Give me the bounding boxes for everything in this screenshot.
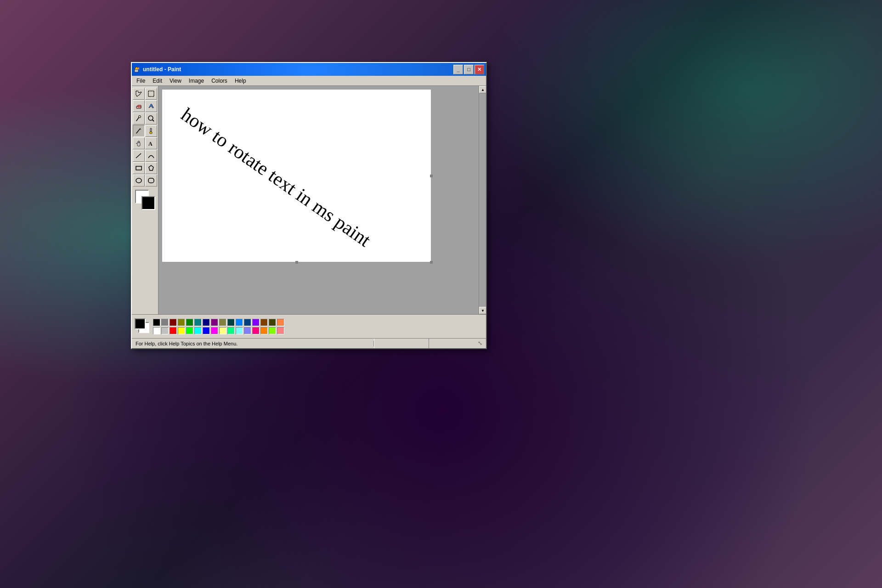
palette-color-swatch[interactable] xyxy=(244,319,251,326)
menu-edit[interactable]: Edit xyxy=(149,77,166,85)
palette-color-swatch[interactable] xyxy=(252,327,260,334)
color-palette-bar xyxy=(132,314,486,338)
palette-color-swatch[interactable] xyxy=(269,319,276,326)
palette-color-swatch[interactable] xyxy=(211,319,218,326)
palette-color-swatch[interactable] xyxy=(203,327,210,334)
canvas-area[interactable]: how to rotate text in ms paint xyxy=(158,86,479,314)
palette-color-swatch[interactable] xyxy=(211,327,218,334)
palette-color-swatch[interactable] xyxy=(277,319,284,326)
palette-color-swatch[interactable] xyxy=(244,327,251,334)
close-button[interactable]: ✕ xyxy=(475,65,484,74)
status-text: For Help, click Help Topics on the Help … xyxy=(134,341,374,346)
scroll-track[interactable] xyxy=(479,93,486,307)
palette-color-swatch[interactable] xyxy=(203,319,210,326)
svg-rect-4 xyxy=(148,91,154,96)
foreground-color-preview xyxy=(141,196,155,210)
palette-color-swatch[interactable] xyxy=(161,319,169,326)
svg-point-16 xyxy=(138,141,140,143)
svg-rect-0 xyxy=(135,69,138,72)
airbrush-tool[interactable] xyxy=(133,137,145,149)
color-preview xyxy=(135,190,155,210)
resize-handle-corner[interactable] xyxy=(430,261,433,264)
palette-color-swatch[interactable] xyxy=(252,319,260,326)
palette-color-swatch[interactable] xyxy=(269,327,276,334)
line-tool[interactable] xyxy=(133,150,145,162)
svg-rect-2 xyxy=(137,68,139,69)
color-palette xyxy=(153,319,284,334)
eraser-tool[interactable] xyxy=(133,100,145,112)
tool-row-5: A xyxy=(133,137,157,149)
current-foreground-color[interactable] xyxy=(135,318,146,329)
polygon-tool[interactable] xyxy=(145,162,157,174)
resize-handle-bottom[interactable] xyxy=(295,261,298,264)
menu-file[interactable]: File xyxy=(133,77,149,85)
svg-rect-13 xyxy=(150,128,152,132)
svg-rect-20 xyxy=(136,166,141,170)
canvas-container: how to rotate text in ms paint xyxy=(158,86,479,314)
brush-tool[interactable] xyxy=(145,125,157,137)
palette-color-swatch[interactable] xyxy=(178,319,185,326)
pencil-tool[interactable] xyxy=(133,125,145,137)
svg-line-19 xyxy=(136,153,141,158)
scroll-up-button[interactable]: ▲ xyxy=(479,86,486,93)
palette-color-swatch[interactable] xyxy=(194,319,202,326)
palette-color-swatch[interactable] xyxy=(153,319,160,326)
resize-handle-right[interactable] xyxy=(430,175,433,177)
palette-color-swatch[interactable] xyxy=(227,327,235,334)
palette-color-swatch[interactable] xyxy=(153,327,160,334)
svg-text:A: A xyxy=(148,141,153,147)
svg-marker-21 xyxy=(149,165,153,170)
zoom-tool[interactable] xyxy=(145,113,157,124)
svg-marker-12 xyxy=(140,129,141,130)
current-colors xyxy=(135,318,151,335)
fill-tool[interactable] xyxy=(145,100,157,112)
palette-color-swatch[interactable] xyxy=(227,319,235,326)
palette-color-swatch[interactable] xyxy=(236,327,243,334)
ellipse-tool[interactable] xyxy=(133,175,145,187)
palette-color-swatch[interactable] xyxy=(170,327,177,334)
tool-row-6 xyxy=(133,150,157,162)
palette-row-1 xyxy=(153,319,284,326)
eyedropper-tool[interactable] xyxy=(133,113,145,124)
palette-color-swatch[interactable] xyxy=(277,327,284,334)
text-tool[interactable]: A xyxy=(145,137,157,149)
palette-row-2 xyxy=(153,327,284,334)
palette-color-swatch[interactable] xyxy=(219,319,226,326)
curve-tool[interactable] xyxy=(145,150,157,162)
rounded-rect-tool[interactable] xyxy=(145,175,157,187)
minimize-button[interactable]: _ xyxy=(453,65,463,74)
palette-color-swatch[interactable] xyxy=(219,327,226,334)
palette-color-swatch[interactable] xyxy=(236,319,243,326)
svg-point-22 xyxy=(136,178,141,183)
maximize-button[interactable]: □ xyxy=(464,65,474,74)
app-icon xyxy=(134,66,141,73)
tool-row-8 xyxy=(133,175,157,187)
svg-point-14 xyxy=(150,132,153,134)
free-select-tool[interactable] xyxy=(133,88,145,100)
palette-color-swatch[interactable] xyxy=(186,327,193,334)
menu-colors[interactable]: Colors xyxy=(208,77,231,85)
menu-help[interactable]: Help xyxy=(231,77,250,85)
window-title: untitled - Paint xyxy=(143,66,452,73)
svg-marker-3 xyxy=(136,91,141,96)
palette-color-swatch[interactable] xyxy=(178,327,185,334)
palette-color-swatch[interactable] xyxy=(260,327,268,334)
palette-color-swatch[interactable] xyxy=(194,327,202,334)
rectangle-tool[interactable] xyxy=(133,162,145,174)
title-bar: untitled - Paint _ □ ✕ xyxy=(132,63,486,76)
window-controls: _ □ ✕ xyxy=(453,65,484,74)
menu-view[interactable]: View xyxy=(166,77,185,85)
menu-image[interactable]: Image xyxy=(185,77,208,85)
palette-color-swatch[interactable] xyxy=(260,319,268,326)
svg-rect-6 xyxy=(138,105,141,107)
menu-bar: File Edit View Image Colors Help xyxy=(132,76,486,86)
palette-color-swatch[interactable] xyxy=(186,319,193,326)
tool-row-2 xyxy=(133,100,157,112)
palette-color-swatch[interactable] xyxy=(161,327,169,334)
svg-point-9 xyxy=(148,116,153,120)
rect-select-tool[interactable] xyxy=(145,88,157,100)
scroll-down-button[interactable]: ▼ xyxy=(479,307,486,314)
tool-row-3 xyxy=(133,113,157,124)
palette-color-swatch[interactable] xyxy=(170,319,177,326)
paint-canvas[interactable]: how to rotate text in ms paint xyxy=(162,90,431,262)
